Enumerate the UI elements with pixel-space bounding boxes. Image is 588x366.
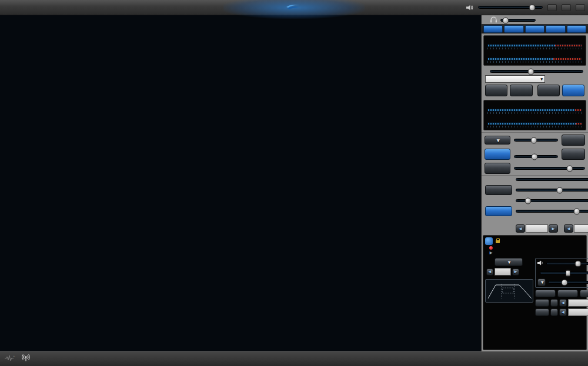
swr-meter — [487, 52, 582, 63]
waveform-plus-icon[interactable]: + — [5, 354, 15, 364]
byp-button[interactable] — [562, 85, 584, 96]
anf-button[interactable] — [580, 290, 588, 297]
flexradio-swoosh-icon — [286, 4, 300, 12]
tab-eq[interactable] — [567, 25, 586, 33]
panadapter-stack — [0, 15, 481, 351]
agc-threshold-slider[interactable] — [548, 281, 588, 284]
high-cut-stepper: ◄ ► — [564, 224, 588, 233]
xit-down-button[interactable]: ◄ — [559, 308, 567, 316]
tab-tx[interactable] — [483, 25, 503, 33]
tx-tabs — [482, 24, 588, 33]
headphone-volume-slider[interactable] — [500, 19, 536, 22]
vox-button[interactable] — [485, 185, 512, 195]
am-carrier-slider[interactable] — [516, 178, 588, 181]
monitor-level-slider[interactable] — [514, 167, 585, 170]
low-cut-stepper: ◄ ► — [516, 224, 558, 233]
slice-letter-badge — [485, 237, 493, 245]
tune-button[interactable] — [485, 85, 507, 96]
headphone-icon — [490, 16, 497, 24]
xit-zero-button[interactable] — [550, 308, 558, 316]
xit-button[interactable] — [535, 308, 549, 316]
title-bar — [0, 0, 588, 15]
low-cut-up-button[interactable]: ► — [549, 224, 558, 233]
dax-button[interactable] — [562, 149, 585, 160]
master-volume-slider[interactable] — [478, 6, 543, 9]
proc-button[interactable] — [485, 149, 510, 160]
mic-gain-slider[interactable] — [514, 139, 558, 142]
svg-text:+: + — [13, 354, 15, 358]
nb-button[interactable] — [535, 290, 556, 297]
xit-value[interactable] — [568, 308, 588, 316]
mon-button[interactable] — [485, 163, 510, 174]
play-icon[interactable]: ▶ — [490, 251, 493, 254]
smartsdr-window: ▾ — [0, 0, 588, 366]
nr-button[interactable] — [557, 290, 578, 297]
rit-button[interactable] — [535, 299, 549, 307]
tab-phne[interactable] — [525, 25, 544, 33]
low-cut-down-button[interactable]: ◄ — [516, 224, 525, 233]
compression-meter — [487, 117, 582, 127]
filter-shape-graph — [485, 279, 533, 303]
mode-dropdown[interactable]: ▾ — [495, 258, 523, 266]
level-meter — [487, 103, 582, 114]
active-slice-panel: ▶ ▾ ◄ ► — [483, 235, 587, 350]
status-bar: + — [0, 351, 588, 366]
slice-audio-box: ▾ — [535, 258, 588, 288]
agc-dropdown[interactable]: ▾ — [537, 278, 546, 286]
tx-meters — [483, 35, 586, 66]
close-button[interactable] — [576, 4, 585, 11]
speaker-icon — [466, 2, 473, 13]
vox-delay-slider[interactable] — [516, 199, 588, 202]
minimize-button[interactable] — [547, 4, 557, 11]
rit-zero-button[interactable] — [550, 299, 558, 307]
atu-button[interactable] — [537, 85, 560, 96]
step-up-button[interactable]: ► — [512, 268, 519, 276]
acc-button[interactable] — [562, 135, 585, 146]
record-icon[interactable] — [489, 246, 493, 250]
tab-rx[interactable] — [546, 25, 565, 33]
control-panel: ▾ — [481, 15, 588, 351]
low-cut-value[interactable] — [526, 224, 548, 233]
dexp-button[interactable] — [485, 206, 512, 216]
speaker-icon — [537, 260, 544, 267]
tab-pcw[interactable] — [504, 25, 523, 33]
antenna-icon[interactable] — [21, 354, 31, 364]
step-value[interactable] — [495, 268, 511, 276]
rit-value[interactable] — [568, 299, 588, 307]
mic-meters — [483, 100, 586, 130]
step-down-button[interactable]: ◄ — [486, 268, 493, 276]
maximize-button[interactable] — [562, 4, 571, 11]
proc-level-slider[interactable] — [514, 155, 558, 158]
slice-volume-slider[interactable] — [546, 262, 588, 265]
vox-level-slider[interactable] — [516, 189, 588, 192]
high-cut-down-button[interactable]: ◄ — [564, 224, 573, 233]
tx-profile-dropdown[interactable]: ▾ — [485, 75, 545, 83]
high-cut-value[interactable] — [574, 224, 588, 233]
rf-power-meter — [487, 39, 582, 49]
mox-button[interactable] — [510, 85, 532, 96]
rf-power-slider[interactable] — [490, 70, 583, 73]
slice-pan-slider[interactable] — [540, 271, 588, 274]
dexp-slider[interactable] — [516, 210, 588, 213]
mic-source-dropdown[interactable]: ▾ — [485, 136, 510, 145]
rit-down-button[interactable]: ◄ — [559, 299, 567, 307]
lock-icon[interactable] — [496, 240, 500, 243]
